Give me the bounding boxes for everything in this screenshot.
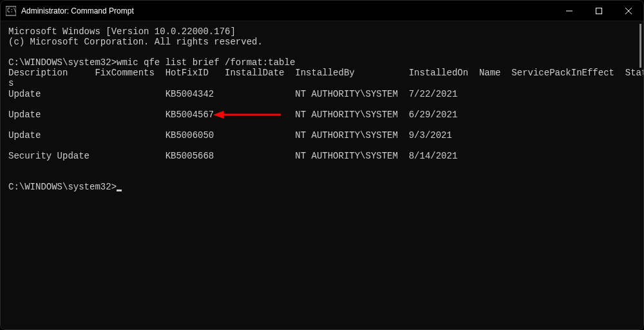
table-row: Security Update KB5005668 NT AUTHORITY\S… <box>8 151 636 161</box>
cursor-icon <box>117 189 122 191</box>
command-prompt-window: C:\ Administrator: Command Prompt Micros… <box>0 0 644 330</box>
table-row <box>8 99 636 110</box>
window-controls <box>554 1 643 21</box>
svg-text:C:\: C:\ <box>7 8 16 14</box>
close-button[interactable] <box>614 1 643 21</box>
copyright-line: (c) Microsoft Corporation. All rights re… <box>8 37 636 47</box>
scrollbar-thumb[interactable] <box>639 24 641 68</box>
table-row: Update KB5004567 NT AUTHORITY\SYSTEM 6/2… <box>8 110 636 120</box>
version-line: Microsoft Windows [Version 10.0.22000.17… <box>8 26 636 37</box>
table-row: Update KB5006050 NT AUTHORITY\SYSTEM 9/3… <box>8 130 636 141</box>
blank-line <box>8 171 636 182</box>
svg-rect-3 <box>596 8 602 14</box>
cmd-icon: C:\ <box>6 6 16 16</box>
blank-line <box>8 161 636 171</box>
prompt-line: C:\WINDOWS\system32> <box>8 182 636 192</box>
blank-line <box>8 47 636 57</box>
table-row <box>8 141 636 151</box>
window-title: Administrator: Command Prompt <box>21 6 554 15</box>
maximize-button[interactable] <box>584 1 614 21</box>
columns-header-2: s <box>8 78 636 88</box>
terminal-body[interactable]: Microsoft Windows [Version 10.0.22000.17… <box>1 21 643 329</box>
titlebar[interactable]: C:\ Administrator: Command Prompt <box>1 1 643 21</box>
command-line: C:\WINDOWS\system32>wmic qfe list brief … <box>8 57 636 68</box>
columns-header-1: Description FixComments HotFixID Install… <box>8 68 636 78</box>
minimize-button[interactable] <box>554 1 584 21</box>
table-row <box>8 120 636 130</box>
table-row: Update KB5004342 NT AUTHORITY\SYSTEM 7/2… <box>8 89 636 99</box>
